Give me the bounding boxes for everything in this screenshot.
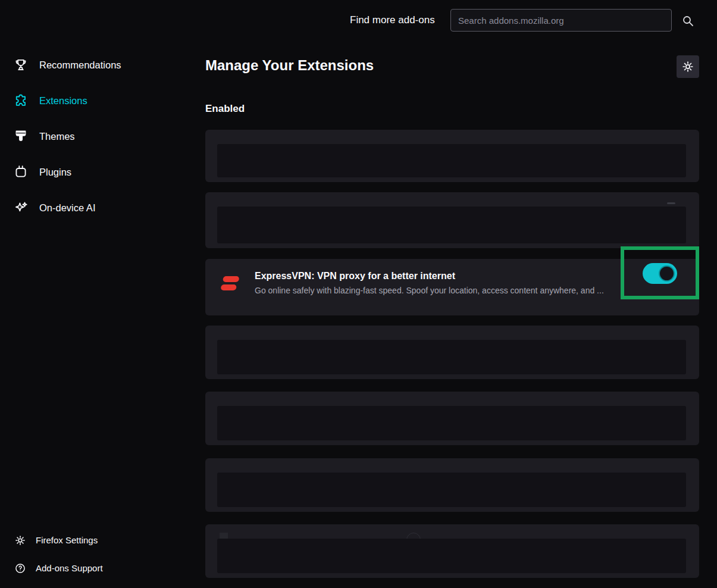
- question-icon: [14, 562, 26, 574]
- redacted-content: [217, 539, 686, 573]
- extension-card-expressvpn[interactable]: ExpressVPN: VPN proxy for a better inter…: [205, 259, 699, 315]
- puzzle-icon: [13, 93, 29, 108]
- search-input[interactable]: [450, 9, 672, 32]
- extension-card[interactable]: [205, 130, 699, 182]
- sparkle-icon: [13, 200, 29, 215]
- addons-manager-page: Find more add-ons Recommendations: [0, 0, 717, 588]
- extension-enable-toggle[interactable]: [643, 263, 677, 284]
- sidebar-item-extensions[interactable]: Extensions: [0, 83, 196, 118]
- redacted-content: [217, 473, 686, 507]
- expressvpn-logo-icon: [220, 272, 243, 295]
- sidebar-item-plugins[interactable]: Plugins: [0, 154, 196, 190]
- extension-summary: Go online safely with blazing-fast speed…: [255, 286, 671, 295]
- redacted-content: [217, 207, 686, 243]
- extension-card[interactable]: [205, 192, 699, 248]
- find-more-addons-label: Find more add-ons: [350, 14, 435, 26]
- redacted-dash: [667, 202, 675, 204]
- sidebar-item-addons-support[interactable]: Add-ons Support: [0, 554, 196, 582]
- sidebar-item-themes[interactable]: Themes: [0, 118, 196, 154]
- gear-icon: [14, 534, 26, 546]
- sidebar-item-label: On-device AI: [39, 202, 95, 214]
- extension-card[interactable]: [205, 392, 699, 445]
- redacted-content: [217, 144, 686, 177]
- sidebar-item-label: Extensions: [39, 95, 87, 107]
- page-title: Manage Your Extensions: [205, 57, 374, 74]
- extension-card[interactable]: [205, 524, 699, 578]
- sidebar-item-recommendations[interactable]: Recommendations: [0, 47, 196, 83]
- extension-card[interactable]: [205, 458, 699, 512]
- tools-gear-button[interactable]: [677, 55, 699, 78]
- sidebar-item-label: Plugins: [39, 167, 71, 178]
- sidebar-item-label: Firefox Settings: [36, 535, 98, 545]
- redacted-content: [217, 406, 686, 440]
- category-sidebar: Recommendations Extensions Themes: [0, 47, 196, 226]
- extension-card[interactable]: [205, 326, 699, 379]
- plug-icon: [13, 164, 29, 180]
- sidebar-item-label: Recommendations: [39, 60, 121, 71]
- toggle-knob: [659, 265, 675, 282]
- sidebar-footer: Firefox Settings Add-ons Support: [0, 526, 196, 582]
- sidebar-item-firefox-settings[interactable]: Firefox Settings: [0, 526, 196, 554]
- gear-icon: [681, 60, 694, 73]
- redacted-content: [217, 340, 686, 374]
- trophy-icon: [13, 57, 29, 73]
- search-icon[interactable]: [681, 14, 695, 28]
- sidebar-item-label: Add-ons Support: [36, 563, 103, 573]
- extension-name[interactable]: ExpressVPN: VPN proxy for a better inter…: [255, 271, 671, 282]
- sidebar-item-on-device-ai[interactable]: On-device AI: [0, 190, 196, 226]
- paintbrush-icon: [13, 129, 29, 144]
- sidebar-item-label: Themes: [39, 131, 75, 142]
- enabled-section-heading: Enabled: [205, 103, 245, 115]
